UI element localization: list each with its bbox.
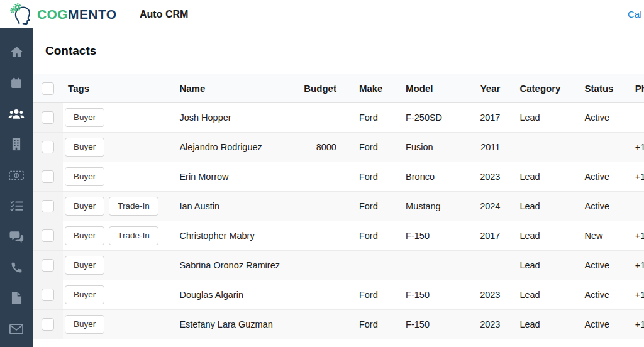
table-row[interactable]: BuyerErin MorrowFordBronco2023LeadActive… bbox=[33, 162, 644, 192]
phone-cell: +1 bbox=[634, 251, 644, 280]
make-cell: Ford bbox=[339, 280, 397, 310]
table-row[interactable]: BuyerTrade-InIan AustinFordMustang2024Le… bbox=[33, 192, 644, 221]
make-cell bbox=[339, 251, 397, 280]
make-cell: Ford bbox=[339, 310, 397, 339]
column-header-phone[interactable]: Ph bbox=[634, 74, 644, 103]
model-cell: F-150 bbox=[397, 221, 474, 251]
column-header-name[interactable]: Name bbox=[179, 74, 302, 103]
building-icon bbox=[11, 138, 22, 151]
sidebar-item-chat[interactable] bbox=[0, 221, 33, 252]
model-cell bbox=[397, 251, 474, 280]
row-checkbox[interactable] bbox=[42, 141, 54, 153]
tag-chip[interactable]: Buyer bbox=[65, 108, 104, 127]
chat-icon bbox=[9, 231, 24, 243]
phone-cell: +1 bbox=[634, 280, 644, 310]
calendar-link[interactable]: Cal bbox=[628, 0, 642, 28]
tag-chip[interactable]: Buyer bbox=[65, 315, 104, 334]
select-all-checkbox[interactable] bbox=[42, 82, 54, 95]
budget-cell bbox=[303, 310, 339, 339]
category-cell bbox=[512, 133, 577, 162]
budget-cell bbox=[303, 221, 339, 251]
users-icon bbox=[8, 107, 25, 120]
top-bar: COGMENTO Auto CRM Cal bbox=[0, 0, 644, 28]
table-row[interactable]: BuyerDouglas AlgarinFordF-1502023LeadAct… bbox=[33, 280, 644, 310]
column-header-tags[interactable]: Tags bbox=[63, 74, 179, 103]
sidebar-item-calls[interactable] bbox=[0, 252, 33, 283]
model-cell: Mustang bbox=[397, 192, 474, 221]
year-cell: 2023 bbox=[474, 280, 512, 310]
tag-chip[interactable]: Buyer bbox=[65, 256, 104, 275]
name-cell: Alejandro Rodriguez bbox=[179, 133, 302, 162]
make-cell: Ford bbox=[339, 162, 397, 192]
status-cell: Active bbox=[577, 280, 634, 310]
column-header-status[interactable]: Status bbox=[577, 74, 634, 103]
name-cell: Douglas Algarin bbox=[179, 280, 302, 310]
sidebar-item-home[interactable] bbox=[0, 36, 33, 67]
status-cell: Active bbox=[577, 251, 634, 280]
checklist-icon bbox=[10, 200, 23, 212]
table-row[interactable]: BuyerJosh HopperFordF-250SD2017LeadActiv… bbox=[33, 103, 644, 133]
mail-icon bbox=[9, 324, 23, 334]
head-gears-icon bbox=[10, 3, 34, 26]
sidebar-item-email[interactable] bbox=[0, 314, 33, 344]
column-header-budget[interactable]: Budget bbox=[303, 74, 339, 103]
name-cell: Ian Austin bbox=[179, 192, 302, 221]
row-checkbox[interactable] bbox=[42, 318, 54, 331]
model-cell: F-250SD bbox=[397, 103, 474, 133]
category-cell: Lead bbox=[512, 162, 577, 192]
table-row[interactable]: BuyerSabrina Oronoz RamirezLeadActive+1 bbox=[33, 251, 644, 280]
sidebar-nav bbox=[0, 28, 33, 347]
tag-chip[interactable]: Buyer bbox=[65, 138, 104, 157]
table-row[interactable]: BuyerEstefany Lara GuzmanFordF-1502023Le… bbox=[33, 310, 644, 339]
status-cell: Active bbox=[577, 192, 634, 221]
tag-chip[interactable]: Buyer bbox=[65, 226, 104, 245]
name-cell: Estefany Lara Guzman bbox=[179, 310, 302, 339]
sidebar-item-calendar[interactable] bbox=[0, 67, 33, 98]
column-header-make[interactable]: Make bbox=[339, 74, 397, 103]
column-header-model[interactable]: Model bbox=[397, 74, 474, 103]
tag-chip[interactable]: Trade-In bbox=[109, 226, 158, 245]
sidebar-item-contacts[interactable] bbox=[0, 98, 33, 129]
row-checkbox[interactable] bbox=[42, 289, 54, 301]
tag-chip[interactable]: Buyer bbox=[65, 285, 104, 304]
phone-cell: +1 bbox=[634, 162, 644, 192]
budget-cell bbox=[303, 103, 339, 133]
row-checkbox[interactable] bbox=[42, 111, 54, 124]
tag-chip[interactable]: Buyer bbox=[65, 197, 104, 216]
model-cell: F-150 bbox=[397, 280, 474, 310]
make-cell: Ford bbox=[339, 103, 397, 133]
make-cell: Ford bbox=[339, 221, 397, 251]
budget-cell bbox=[303, 162, 339, 192]
model-cell: Fusion bbox=[397, 133, 474, 162]
name-cell: Christopher Mabry bbox=[179, 221, 302, 251]
year-cell: 2024 bbox=[474, 192, 512, 221]
row-checkbox[interactable] bbox=[42, 170, 54, 183]
cogmento-logo[interactable]: COGMENTO bbox=[10, 3, 117, 26]
row-checkbox[interactable] bbox=[42, 200, 54, 212]
phone-cell: +1 bbox=[634, 133, 644, 162]
sidebar-item-documents[interactable] bbox=[0, 283, 33, 314]
logo-wordmark: COGMENTO bbox=[37, 3, 117, 26]
sidebar-item-deals[interactable] bbox=[0, 160, 33, 190]
contacts-table: Tags Name Budget Make Model Year Categor… bbox=[33, 74, 644, 339]
category-cell: Lead bbox=[512, 221, 577, 251]
column-header-category[interactable]: Category bbox=[512, 74, 577, 103]
main-content: Contacts Tags Name Budget Make Model Yea… bbox=[33, 28, 644, 347]
table-row[interactable]: BuyerAlejandro Rodriguez8000FordFusion20… bbox=[33, 133, 644, 162]
document-icon bbox=[11, 292, 22, 305]
category-cell: Lead bbox=[512, 280, 577, 310]
budget-cell: 8000 bbox=[303, 133, 339, 162]
table-row[interactable]: BuyerTrade-InChristopher MabryFordF-1502… bbox=[33, 221, 644, 251]
status-cell bbox=[577, 133, 634, 162]
tag-chip[interactable]: Trade-In bbox=[109, 197, 158, 216]
column-header-year[interactable]: Year bbox=[474, 74, 512, 103]
row-checkbox[interactable] bbox=[42, 229, 54, 242]
home-icon bbox=[10, 45, 23, 58]
tag-chip[interactable]: Buyer bbox=[65, 167, 104, 186]
phone-cell bbox=[634, 192, 644, 221]
make-cell: Ford bbox=[339, 133, 397, 162]
category-cell: Lead bbox=[512, 251, 577, 280]
row-checkbox[interactable] bbox=[42, 259, 54, 272]
sidebar-item-companies[interactable] bbox=[0, 129, 33, 160]
sidebar-item-tasks[interactable] bbox=[0, 190, 33, 221]
